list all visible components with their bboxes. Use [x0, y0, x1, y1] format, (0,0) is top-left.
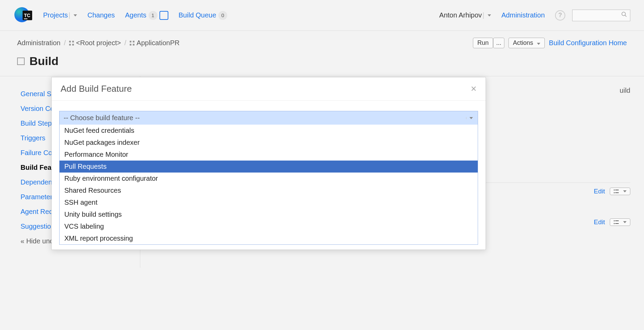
pipe-icon: |: [68, 11, 70, 19]
feature-select[interactable]: -- Choose build feature -- NuGet feed cr…: [59, 111, 478, 245]
feature-option[interactable]: Shared Resources: [60, 185, 478, 196]
feature-option[interactable]: Pull Requests: [60, 161, 478, 173]
queue-count-badge: 0: [218, 11, 227, 20]
build-icon: [17, 58, 25, 65]
edit-link[interactable]: Edit: [594, 188, 605, 195]
svg-rect-7: [615, 190, 619, 190]
feature-select-list: NuGet feed credentialsNuGet packages ind…: [60, 125, 478, 244]
config-home-link[interactable]: Build Configuration Home: [549, 39, 627, 47]
search-input[interactable]: [572, 10, 630, 21]
nav-agents[interactable]: Agents 1: [125, 11, 168, 20]
top-bar: TC Projects | Changes Agents 1 Build Que…: [0, 0, 644, 31]
chevron-down-icon: [466, 117, 474, 119]
breadcrumb-project[interactable]: <Root project>: [76, 39, 121, 47]
svg-rect-11: [615, 220, 619, 221]
nav-administration[interactable]: Administration: [501, 11, 545, 19]
feature-select-display[interactable]: -- Choose build feature --: [60, 111, 478, 125]
svg-rect-9: [615, 192, 619, 193]
nav-projects-label: Projects: [43, 11, 68, 19]
svg-rect-13: [615, 223, 619, 224]
nav-changes[interactable]: Changes: [87, 11, 115, 19]
user-name: Anton Arhipov: [439, 11, 482, 19]
search-icon: [621, 11, 627, 19]
header-actions: Run ... Actions Build Configuration Home: [473, 38, 627, 48]
nav-user[interactable]: Anton Arhipov |: [439, 11, 491, 19]
feature-option[interactable]: Performance Monitor: [60, 149, 478, 161]
chevron-down-icon: [488, 14, 491, 16]
agents-count-badge: 1: [149, 11, 157, 20]
svg-point-8: [614, 192, 615, 193]
svg-point-12: [614, 223, 615, 224]
breadcrumb-root[interactable]: Administration: [17, 39, 61, 47]
feature-option[interactable]: NuGet feed credentials: [60, 125, 478, 137]
dialog-title: Add Build Feature: [61, 84, 132, 94]
dialog-header: Add Build Feature ✕: [52, 77, 486, 101]
svg-point-6: [614, 190, 615, 191]
row-menu-button[interactable]: [610, 188, 630, 195]
close-icon[interactable]: ✕: [471, 85, 477, 93]
feature-option[interactable]: Ruby environment configurator: [60, 173, 478, 185]
edit-link[interactable]: Edit: [594, 218, 605, 226]
pipe-icon: |: [482, 11, 484, 19]
actions-label: Actions: [513, 39, 533, 46]
help-icon[interactable]: ?: [555, 10, 565, 21]
add-build-feature-dialog: Add Build Feature ✕ -- Choose build feat…: [51, 77, 486, 250]
partial-text: uild: [620, 87, 630, 94]
nav-queue-label: Build Queue: [179, 11, 216, 19]
svg-point-10: [614, 220, 615, 221]
project-icon: [69, 41, 74, 46]
actions-button[interactable]: Actions: [508, 38, 545, 48]
dialog-body: -- Choose build feature -- NuGet feed cr…: [52, 101, 486, 250]
chevron-down-icon: [623, 190, 627, 192]
chevron-down-icon: [537, 43, 540, 45]
page-title: Build: [29, 54, 59, 68]
svg-point-4: [622, 12, 626, 16]
nav-agents-label: Agents: [125, 11, 146, 19]
nav-projects[interactable]: Projects |: [43, 11, 77, 19]
row-menu-button[interactable]: [610, 218, 630, 226]
run-more-button[interactable]: ...: [493, 38, 504, 48]
feature-option[interactable]: Unity build settings: [60, 208, 478, 220]
chevron-down-icon: [623, 221, 627, 223]
run-button[interactable]: Run: [473, 38, 493, 48]
feature-option[interactable]: VCS labeling: [60, 220, 478, 232]
topbar-right: Anton Arhipov | Administration ?: [439, 10, 630, 21]
feature-option[interactable]: SSH agent: [60, 196, 478, 208]
svg-line-5: [625, 15, 627, 17]
nav-build-queue[interactable]: Build Queue 0: [179, 11, 227, 20]
breadcrumb-sep: /: [124, 39, 126, 47]
page-title-row: Build: [0, 48, 644, 76]
breadcrumb-app[interactable]: ApplicationPR: [137, 39, 180, 47]
project-icon: [130, 41, 134, 46]
breadcrumb-row: Administration / <Root project> / Applic…: [0, 31, 644, 48]
feature-option[interactable]: XML report processing: [60, 232, 478, 244]
agents-status-icon: [159, 11, 168, 20]
feature-option[interactable]: NuGet packages indexer: [60, 137, 478, 149]
teamcity-logo[interactable]: TC: [14, 6, 33, 25]
svg-rect-3: [24, 18, 27, 19]
feature-select-placeholder: -- Choose build feature --: [64, 114, 140, 122]
chevron-down-icon: [74, 14, 77, 16]
svg-text:TC: TC: [24, 13, 30, 18]
breadcrumb-sep: /: [64, 39, 66, 47]
